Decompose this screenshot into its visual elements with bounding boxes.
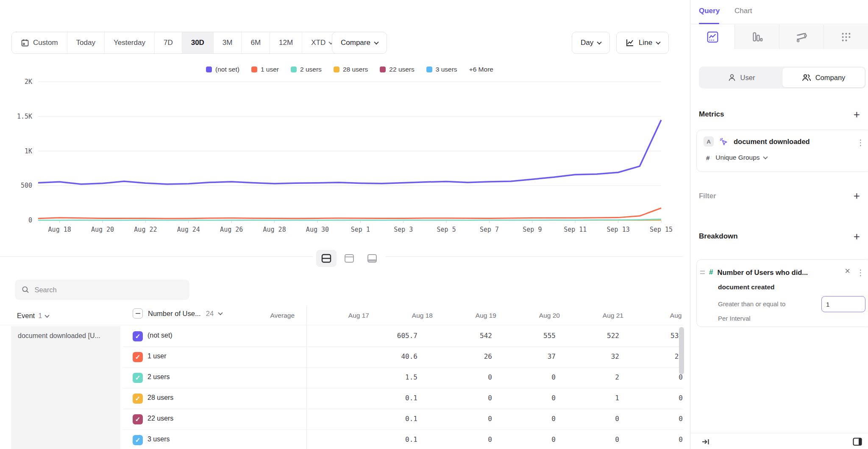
date-column-header: Aug 21	[568, 312, 623, 319]
legend-swatch	[380, 67, 386, 72]
range-12m[interactable]: 12M	[270, 32, 302, 53]
y-axis-label: 1K	[25, 147, 32, 155]
entity-user[interactable]: User	[700, 68, 782, 87]
x-axis-label: Aug 26	[220, 226, 243, 233]
group-column-header[interactable]: Number of Use... 24	[133, 308, 222, 319]
layout-toggle-group	[313, 247, 386, 269]
average-value: 40.6	[362, 352, 417, 360]
table-row: ✓1 user40.6263732272728	[123, 347, 683, 368]
dot-grid-icon	[840, 31, 852, 43]
series-label: 28 users	[147, 394, 173, 402]
range-yesterday[interactable]: Yesterday	[105, 32, 155, 53]
cell-value: 0	[437, 394, 492, 402]
x-axis-label: Aug 20	[91, 226, 114, 233]
range-6m[interactable]: 6M	[242, 32, 270, 53]
date-column-header: Aug 20	[505, 312, 560, 319]
split-view-icon	[321, 254, 331, 263]
bar-chart-icon	[751, 31, 763, 43]
breakdown-card[interactable]: # Number of Users who did... × ⋮ documen…	[696, 259, 868, 327]
legend-item[interactable]: 2 users	[291, 66, 322, 73]
chart-type-bar[interactable]	[735, 25, 779, 49]
cell-value: 2	[564, 373, 619, 381]
legend-more[interactable]: +6 More	[469, 66, 493, 73]
series-checkbox[interactable]: ✓	[133, 352, 143, 362]
chart-type-grid[interactable]	[824, 25, 868, 49]
event-click-icon	[719, 137, 728, 146]
breakdown-event-name: document created	[718, 283, 775, 291]
compare-button[interactable]: Compare	[332, 32, 387, 54]
legend-item[interactable]: 28 users	[334, 66, 368, 73]
user-icon	[728, 73, 736, 82]
cell-value: 37	[501, 352, 556, 360]
cell-value: 555	[501, 332, 556, 340]
series-checkbox[interactable]: ✓	[133, 394, 143, 404]
measure-dropdown[interactable]: Unique Groups	[715, 154, 767, 161]
tab-chart[interactable]: Chart	[734, 7, 752, 15]
legend-item[interactable]: 3 users	[426, 66, 457, 73]
layout-split-button[interactable]	[316, 250, 337, 267]
range-custom[interactable]: Custom	[12, 32, 67, 53]
table-row: ✓3 users0.1000000	[123, 430, 683, 449]
y-axis-label: 500	[21, 182, 32, 189]
legend-swatch	[206, 67, 212, 72]
breakdown-menu-button[interactable]: ⋮	[857, 268, 865, 277]
calendar-icon	[21, 39, 29, 47]
metric-menu-button[interactable]: ⋮	[857, 138, 865, 147]
line-chart-icon	[625, 38, 634, 47]
chart-type-flow[interactable]	[779, 25, 824, 49]
remove-breakdown-button[interactable]: ×	[845, 267, 850, 275]
add-breakdown-button[interactable]: +	[854, 232, 860, 241]
drag-handle-icon[interactable]	[700, 271, 705, 274]
event-column-header[interactable]: Event 1	[17, 312, 49, 320]
interval-button[interactable]: Day	[572, 32, 610, 54]
y-axis-label: 1.5K	[17, 113, 32, 120]
legend-item[interactable]: 1 user	[251, 66, 279, 73]
cell-value: 533	[628, 332, 683, 340]
chevron-down-icon	[597, 40, 602, 44]
layout-top-button[interactable]	[339, 250, 359, 267]
tab-query[interactable]: Query	[699, 7, 720, 15]
range-custom-label: Custom	[33, 39, 58, 47]
cell-value: 0	[628, 373, 683, 381]
breakdown-value-input[interactable]	[821, 296, 865, 312]
series-checkbox[interactable]: ✓	[133, 414, 143, 424]
legend-item[interactable]: 22 users	[380, 66, 414, 73]
add-filter-button[interactable]: +	[854, 191, 860, 200]
legend-item[interactable]: (not set)	[206, 66, 239, 73]
select-all-checkbox[interactable]	[133, 308, 143, 319]
metric-card[interactable]: A document downloaded ⋮ # Unique Groups	[696, 130, 868, 172]
hash-icon: #	[706, 154, 709, 161]
range-30d[interactable]: 30D	[182, 32, 214, 53]
chart-type-line[interactable]	[690, 25, 735, 49]
cell-value: 32	[564, 352, 619, 360]
cell-value: 1	[564, 394, 619, 402]
series-checkbox[interactable]: ✓	[133, 373, 143, 383]
event-row-label[interactable]: document downloaded [U...	[11, 326, 120, 449]
add-metric-button[interactable]: +	[854, 110, 860, 119]
table-scrollbar[interactable]	[679, 327, 684, 374]
active-tab-indicator	[699, 23, 719, 24]
range-7d[interactable]: 7D	[155, 32, 182, 53]
metric-letter-badge: A	[704, 136, 714, 147]
filter-section-header: Filter +	[699, 191, 860, 200]
average-value: 1.5	[362, 373, 417, 381]
range-today[interactable]: Today	[67, 32, 105, 53]
bottom-pane-icon	[367, 254, 377, 263]
search-input[interactable]	[34, 286, 183, 294]
collapse-panel-icon[interactable]	[701, 438, 710, 446]
cell-value: 0	[501, 435, 556, 443]
series-checkbox[interactable]: ✓	[133, 331, 143, 341]
sidebar-toggle-icon[interactable]	[852, 437, 862, 447]
range-3m[interactable]: 3M	[214, 32, 242, 53]
series-line--not-set-	[38, 120, 661, 184]
cell-value: 0	[628, 394, 683, 402]
chart-type-button[interactable]: Line	[616, 32, 669, 54]
average-value: 0.1	[362, 435, 417, 443]
entity-company[interactable]: Company	[782, 68, 865, 87]
series-checkbox[interactable]: ✓	[133, 435, 143, 445]
filter-title: Filter	[699, 192, 716, 200]
legend-swatch	[426, 67, 432, 72]
cell-value: 0	[564, 435, 619, 443]
cell-value: 0	[437, 373, 492, 381]
layout-bottom-button[interactable]	[362, 250, 382, 267]
